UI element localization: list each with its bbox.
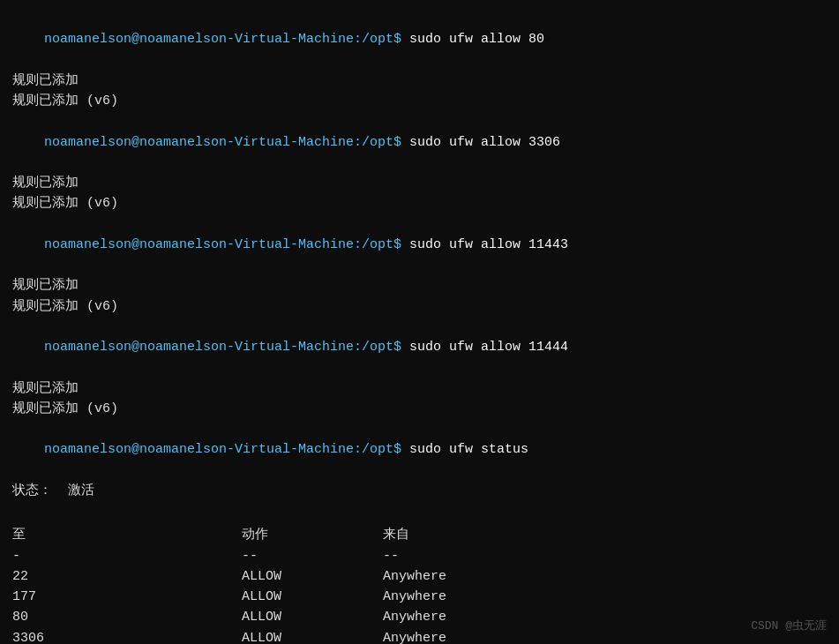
prompt-5: noamanelson@noamanelson-Virtual-Machine:… (44, 442, 401, 457)
table-row: 22 ALLOW Anywhere (12, 566, 827, 587)
output-7: 规则已添加 (12, 378, 827, 399)
ufw-status-table: 至 动作 来自 - -- -- (12, 525, 827, 566)
terminal: noamanelson@noamanelson-Virtual-Machine:… (0, 0, 839, 644)
output-4: 规则已添加 (v6) (12, 193, 827, 213)
cell-from: Anywhere (383, 587, 612, 607)
output-6: 规则已添加 (v6) (12, 296, 827, 317)
sep-from: -- (383, 546, 612, 566)
command-4: sudo ufw allow 11444 (401, 340, 568, 355)
cell-to: 22 (12, 566, 242, 587)
prompt-4: noamanelson@noamanelson-Virtual-Machine:… (44, 340, 401, 355)
watermark: CSDN @虫无涯 (751, 618, 827, 633)
command-2: sudo ufw allow 3306 (401, 135, 560, 150)
cmd-line-3: noamanelson@noamanelson-Virtual-Machine:… (12, 214, 827, 276)
cmd-line-2: noamanelson@noamanelson-Virtual-Machine:… (12, 111, 827, 173)
cell-to: 177 (12, 587, 242, 607)
command-1: sudo ufw allow 80 (401, 32, 544, 47)
col-header-action: 动作 (242, 525, 383, 545)
table-separator-row: - -- -- (12, 546, 827, 566)
cell-from: Anywhere (383, 628, 612, 645)
table-row: 3306 ALLOW Anywhere (12, 628, 827, 645)
command-3: sudo ufw allow 11443 (401, 237, 568, 252)
cell-from: Anywhere (383, 566, 612, 587)
prompt-1: noamanelson@noamanelson-Virtual-Machine:… (44, 32, 401, 47)
table-row: 177 ALLOW Anywhere (12, 587, 827, 607)
cell-action: ALLOW (242, 628, 383, 645)
status-line: 状态： 激活 (12, 481, 827, 501)
output-1: 规则已添加 (12, 71, 827, 91)
output-8: 规则已添加 (v6) (12, 399, 827, 419)
output-3: 规则已添加 (12, 173, 827, 193)
table-header-row: 至 动作 来自 (12, 525, 827, 545)
col-header-to: 至 (12, 525, 242, 545)
sep-action: -- (242, 546, 383, 566)
cell-action: ALLOW (242, 566, 383, 587)
command-5: sudo ufw status (401, 442, 528, 457)
cmd-line-5: noamanelson@noamanelson-Virtual-Machine:… (12, 419, 827, 481)
cell-to: 80 (12, 607, 242, 627)
table-row: 80 ALLOW Anywhere (12, 607, 827, 627)
prompt-3: noamanelson@noamanelson-Virtual-Machine:… (44, 237, 401, 252)
prompt-2: noamanelson@noamanelson-Virtual-Machine:… (44, 135, 401, 150)
cell-to: 3306 (12, 628, 242, 645)
sep-to: - (12, 546, 242, 566)
cell-from: Anywhere (383, 607, 612, 627)
table-data-rows: 22 ALLOW Anywhere 177 ALLOW Anywhere 80 … (12, 566, 827, 644)
col-header-from: 来自 (383, 525, 612, 545)
cmd-line-1: noamanelson@noamanelson-Virtual-Machine:… (12, 9, 827, 71)
output-2: 规则已添加 (v6) (12, 91, 827, 111)
cell-action: ALLOW (242, 607, 383, 627)
cmd-line-4: noamanelson@noamanelson-Virtual-Machine:… (12, 317, 827, 378)
cell-action: ALLOW (242, 587, 383, 607)
output-5: 规则已添加 (12, 275, 827, 296)
